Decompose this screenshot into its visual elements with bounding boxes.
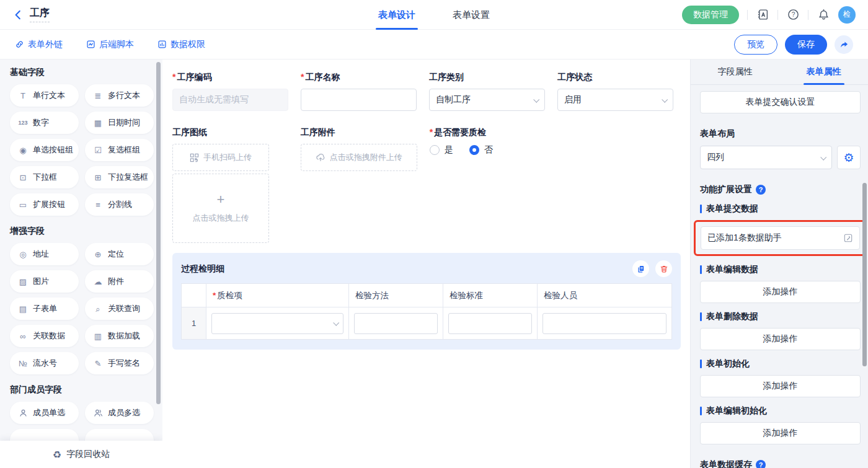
form-canvas[interactable]: 工序编码 自动生成无需填写 工序名称 工序类别 自制工序 工序状态 启用 [162,60,690,468]
process-name-input[interactable] [301,89,417,111]
user-avatar[interactable]: 检 [838,6,856,24]
copy-subtable-button[interactable] [632,260,649,277]
add-action-button[interactable]: 添加操作 [700,281,861,303]
panel-tab[interactable]: 字段属性 [691,60,779,84]
enhanced-fields-grid: ◎地址 ⊕定位 ▨图片 ☁附件 ▤子表单 ⌕关联查询 ∞关联数据 ▥数据加载 №… [10,243,154,374]
add-action-button[interactable]: 添加操作 [700,422,861,444]
process-code-input[interactable]: 自动生成无需填写 [172,89,288,111]
back-icon[interactable] [12,9,24,20]
field-label: 工序类别 [429,72,545,83]
action-section: 表单编辑数据 添加操作 [700,264,861,303]
attachment-upload-button[interactable]: 点击或拖拽附件上传 [301,144,417,171]
preview-button[interactable]: 预览 [734,35,777,55]
share-button[interactable] [835,35,853,54]
field-pill[interactable]: ≡分割线 [85,193,154,216]
add-action-button[interactable]: 添加操作 [700,375,861,397]
bell-icon[interactable] [817,8,830,22]
field-pill[interactable]: ⊕定位 [85,243,154,265]
help-badge-icon[interactable]: ? [756,185,766,195]
field-pill[interactable]: ∞关联数据 [10,325,79,347]
trash-icon [660,265,668,273]
header-tab[interactable]: 表单设计 [378,0,415,30]
divider [777,10,778,20]
contacts-icon[interactable] [756,8,769,22]
field-pill[interactable]: ▥数据加载 [85,325,154,347]
panel-tab[interactable]: 表单属性 [779,60,868,84]
radio-icon[interactable] [430,145,440,155]
basic-fields-grid: T单行文本 ≣多行文本 123数字 ▦日期时间 ◉单选按钮组 ☑复选框组 ⊡下拉… [10,84,154,216]
field-process-attachment[interactable]: 工序附件 点击或拖拽附件上传 [301,127,417,243]
action-section: 表单初始化 添加操作 [700,358,861,397]
field-pill[interactable]: ▤子表单 [10,298,79,320]
inspection-radio-group: 是 否 [430,144,546,156]
field-pill[interactable]: 成员单选 [10,402,79,424]
gear-icon: ⚙ [843,152,854,164]
inspection-item-select[interactable] [211,313,343,334]
inspector-input[interactable] [542,313,666,334]
field-process-code[interactable]: 工序编码 自动生成无需填写 [172,72,288,111]
radio-option[interactable]: 是 [430,144,453,156]
submit-data-assistant-field[interactable]: 已添加1条数据助手 [701,226,860,250]
field-pill[interactable]: ▭扩展按钮 [10,193,79,216]
add-action-button[interactable]: 添加操作 [700,328,861,350]
divider [808,10,808,20]
delete-subtable-button[interactable] [655,260,672,277]
field-pill[interactable]: ⊡下拉框 [10,166,79,188]
form-toolbar: 表单外链 后端脚本 数据权限 预览 保存 [0,30,868,60]
field-recycle-bin-button[interactable]: ♻ 字段回收站 [0,441,162,468]
field-pill[interactable]: №流水号 [10,352,79,374]
toolbar-link[interactable]: 后端脚本 [86,39,134,50]
process-category-select[interactable]: 自制工序 [429,89,545,111]
panel-scrollbar[interactable] [862,183,867,366]
header-tab[interactable]: 表单设置 [453,0,490,30]
field-pill[interactable]: ▨图片 [10,270,79,293]
form-designer-app: 工序 表单设计 表单设置 数据管理 ? 检 [0,0,868,468]
field-pill[interactable]: ◎地址 [10,243,79,265]
radio-option[interactable]: 否 [469,144,493,156]
section-bar [700,360,702,368]
member-fields-grid: 成员单选 成员多选 [10,402,154,424]
page-title[interactable]: 工序 [30,7,50,22]
process-status-select[interactable]: 启用 [557,89,673,111]
edit-pencil-icon[interactable] [843,233,853,243]
field-pill[interactable]: T单行文本 [10,84,79,107]
submit-confirm-settings-button[interactable]: 表单提交确认设置 [700,91,861,113]
section-bar [700,407,702,415]
toolbar-link[interactable]: 表单外链 [15,39,63,50]
layout-settings-button[interactable]: ⚙ [837,146,861,169]
radio-icon[interactable] [469,145,479,155]
subtable-process-inspection[interactable]: 过程检明细 [172,253,681,350]
field-pill[interactable]: ▦日期时间 [85,112,154,134]
field-pill[interactable]: ⊞下拉复选框 [85,166,154,188]
field-pill[interactable]: 成员多选 [85,402,154,424]
field-pill[interactable]: ≣多行文本 [85,84,154,107]
field-pill[interactable]: ✎手写签名 [85,352,154,374]
action-section-header: 表单删除数据 [700,311,861,322]
field-pill[interactable]: 123数字 [10,112,79,134]
action-section-header: 表单初始化 [700,358,861,369]
save-button[interactable]: 保存 [785,35,827,55]
field-need-inspection[interactable]: 是否需要质检 是 否 [430,127,546,243]
subtable-header-row: 质检项 检验方法 检验标准 检验人员 [182,284,672,307]
toolbar-link[interactable]: 数据权限 [157,39,205,50]
data-manage-button[interactable]: 数据管理 [682,6,739,24]
field-pill[interactable]: ☁附件 [85,270,154,293]
field-pill[interactable]: ⌕关联查询 [85,298,154,320]
field-process-status[interactable]: 工序状态 启用 [557,72,673,111]
subtable: 质检项 检验方法 检验标准 检验人员 1 [181,283,672,340]
drag-upload-area[interactable]: + 点击或拖拽上传 [172,174,269,243]
inspection-standard-input[interactable] [448,313,532,334]
field-pill[interactable]: ☑复选框组 [85,139,154,161]
layout-select[interactable]: 四列 [700,146,832,169]
scan-upload-button[interactable]: 手机扫码上传 [172,144,269,171]
section-bar [700,265,702,274]
field-process-name[interactable]: 工序名称 [301,72,417,111]
field-process-category[interactable]: 工序类别 自制工序 [429,72,545,111]
field-pill[interactable]: ◉单选按钮组 [10,139,79,161]
help-badge-icon[interactable]: ? [756,460,766,468]
help-icon[interactable]: ? [786,8,800,22]
field-process-drawing[interactable]: 工序图纸 手机扫码上传 + 点击或拖拽上传 [172,127,288,243]
inspection-method-input[interactable] [354,313,438,334]
copy-icon [637,265,645,273]
sidebar-scrollbar[interactable] [156,62,161,404]
